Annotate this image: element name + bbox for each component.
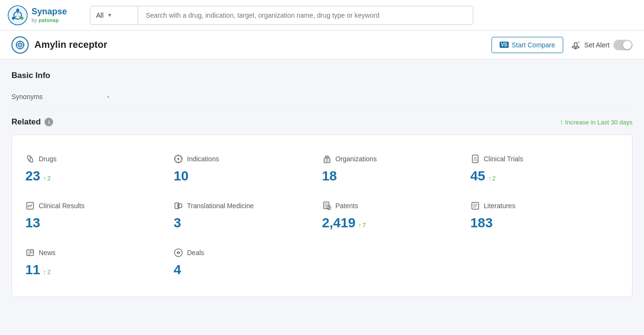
top-bar: Synapse by patsnap All ▼ (0, 0, 644, 31)
clinical-trials-icon (470, 154, 480, 164)
clinical-trials-increase-count: 2 (492, 175, 495, 182)
translational-medicine-icon (174, 201, 183, 211)
patents-label: Patents (336, 202, 358, 210)
svg-point-28 (180, 156, 181, 157)
related-info-badge[interactable]: i (44, 118, 53, 126)
indications-header: Indications (174, 154, 318, 164)
filter-dropdown[interactable]: All ▼ (90, 6, 138, 24)
search-filter-bar[interactable]: All ▼ (90, 6, 473, 25)
related-item-patents[interactable]: P Patents 2,419 ↑ 7 (322, 191, 470, 238)
synapse-logo-icon (8, 5, 28, 25)
clinical-trials-header: Clinical Trials (470, 154, 615, 164)
target-icon (15, 40, 25, 50)
related-item-clinical-results[interactable]: Clinical Results 13 (25, 191, 174, 238)
basic-info-section: Basic Info Synonyms - (11, 71, 633, 106)
patents-icon: P (322, 201, 332, 211)
entity-title-area: Amylin receptor (11, 36, 107, 54)
logo: Synapse by patsnap (8, 5, 84, 25)
related-item-news[interactable]: News 11 ↑ 2 (25, 238, 174, 285)
drugs-up-arrow-icon: ↑ (43, 175, 46, 182)
indications-icon (174, 154, 183, 164)
related-item-deals[interactable]: Deals 4 (174, 238, 322, 285)
svg-point-26 (180, 161, 181, 162)
organizations-label: Organizations (336, 155, 377, 163)
related-item-drugs[interactable]: Drugs 23 ↑ 2 (25, 146, 174, 191)
news-count: 11 (25, 262, 40, 278)
search-input[interactable] (138, 6, 473, 24)
increase-label: ↑ Increase in Last 30 days (560, 118, 633, 126)
related-item-translational-medicine[interactable]: Translational Medicine 3 (174, 191, 322, 238)
translational-medicine-header: Translational Medicine (174, 201, 318, 211)
literatures-header: Literatures (470, 201, 615, 211)
clinical-trials-count-row: 45 ↑ 2 (470, 168, 615, 184)
svg-rect-32 (326, 159, 328, 161)
translational-medicine-count: 3 (174, 215, 181, 231)
clinical-results-header: Clinical Results (25, 201, 170, 211)
svg-point-2 (16, 9, 19, 11)
increase-arrow-icon: ↑ (560, 118, 563, 126)
related-item-organizations[interactable]: Organizations 18 (322, 146, 470, 191)
logo-synapse-label: Synapse (32, 7, 67, 17)
deals-count: 4 (174, 262, 181, 278)
indications-count: 10 (174, 168, 188, 184)
entity-header: Amylin receptor VS Start Compare Set Ale… (0, 31, 644, 59)
news-increase: ↑ 2 (43, 268, 51, 276)
svg-point-4 (12, 17, 15, 20)
clinical-trials-increase: ↑ 2 (488, 175, 496, 182)
deals-label: Deals (187, 249, 204, 257)
svg-rect-29 (324, 158, 330, 163)
patents-count-row: 2,419 ↑ 7 (322, 215, 467, 231)
svg-point-56 (175, 249, 182, 257)
related-item-clinical-trials[interactable]: Clinical Trials 45 ↑ 2 (470, 146, 619, 191)
set-alert-label: Set Alert (584, 41, 610, 49)
translational-medicine-label: Translational Medicine (187, 202, 254, 210)
clinical-trials-count: 45 (470, 168, 485, 184)
clinical-results-count-row: 13 (25, 215, 170, 231)
synonyms-value: - (107, 93, 109, 100)
news-increase-count: 2 (47, 268, 51, 276)
start-compare-button[interactable]: VS Start Compare (491, 37, 563, 53)
patents-increase-count: 7 (362, 222, 366, 229)
indications-label: Indications (187, 155, 219, 163)
logo-text: Synapse by patsnap (32, 7, 67, 23)
compare-label: Start Compare (512, 41, 555, 49)
news-icon (25, 248, 35, 257)
drugs-increase: ↑ 2 (43, 175, 51, 182)
basic-info-title: Basic Info (11, 71, 633, 80)
deals-icon (174, 248, 183, 257)
logo-by-label: by patsnap (32, 17, 67, 23)
literatures-icon (470, 201, 480, 211)
svg-point-10 (20, 44, 21, 45)
drugs-icon (25, 154, 35, 164)
entity-icon (11, 36, 29, 54)
compare-vs-icon: VS (500, 42, 509, 48)
synonyms-row: Synonyms - (11, 88, 633, 106)
alert-icon (571, 40, 580, 50)
clinical-results-count: 13 (25, 215, 40, 231)
svg-point-27 (176, 161, 177, 162)
news-header: News (25, 248, 170, 257)
deals-count-row: 4 (174, 262, 318, 278)
related-item-literatures[interactable]: Literatures 183 (470, 191, 619, 238)
drugs-count: 23 (25, 168, 40, 184)
deals-header: Deals (174, 248, 318, 257)
increase-text: Increase in Last 30 days (565, 119, 633, 126)
svg-point-25 (176, 156, 177, 157)
drugs-count-row: 23 ↑ 2 (25, 168, 170, 184)
svg-point-16 (575, 47, 577, 49)
organizations-count: 18 (322, 168, 337, 184)
clinical-trials-label: Clinical Trials (484, 155, 523, 163)
news-count-row: 11 ↑ 2 (25, 262, 170, 278)
literatures-label: Literatures (484, 202, 515, 210)
clinical-results-label: Clinical Results (39, 202, 85, 210)
related-card: Drugs 23 ↑ 2 (11, 134, 633, 297)
related-title-area: Related i (11, 117, 53, 127)
organizations-header: Organizations (322, 154, 467, 164)
chevron-down-icon: ▼ (108, 12, 112, 18)
set-alert-toggle[interactable] (613, 40, 633, 50)
organizations-count-row: 18 (322, 168, 467, 184)
indications-count-row: 10 (174, 168, 318, 184)
organizations-icon (322, 154, 332, 164)
related-item-indications[interactable]: Indications 10 (174, 146, 322, 191)
patents-increase: ↑ 7 (359, 222, 366, 229)
